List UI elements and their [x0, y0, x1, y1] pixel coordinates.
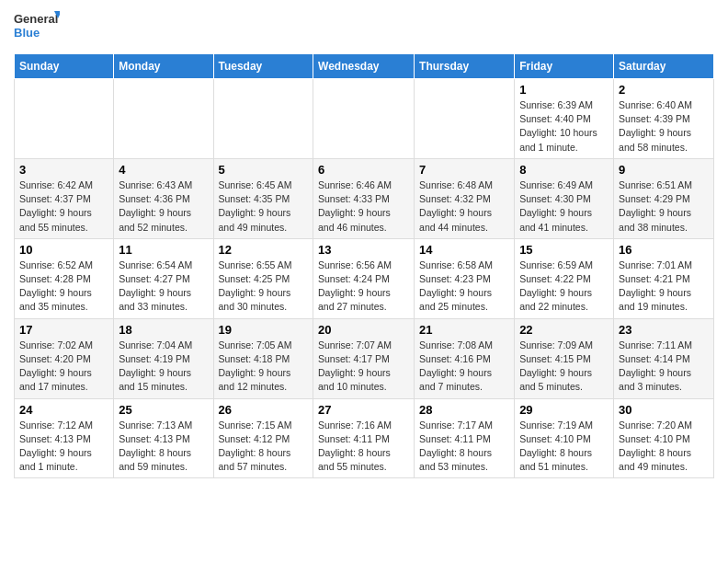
calendar-cell: 17Sunrise: 7:02 AMSunset: 4:20 PMDayligh… [15, 318, 114, 398]
day-info: Sunrise: 7:11 AMSunset: 4:14 PMDaylight:… [619, 339, 709, 395]
day-info: Sunrise: 6:55 AMSunset: 4:25 PMDaylight:… [219, 259, 309, 315]
calendar-cell: 1Sunrise: 6:39 AMSunset: 4:40 PMDaylight… [515, 79, 614, 159]
day-number: 1 [519, 83, 609, 97]
day-number: 29 [519, 403, 609, 417]
day-info: Sunrise: 7:13 AMSunset: 4:13 PMDaylight:… [119, 419, 208, 475]
day-number: 25 [119, 403, 208, 417]
day-info: Sunrise: 7:08 AMSunset: 4:16 PMDaylight:… [419, 339, 509, 395]
weekday-header: Tuesday [213, 54, 313, 79]
day-number: 28 [419, 403, 509, 417]
calendar-header-row: SundayMondayTuesdayWednesdayThursdayFrid… [15, 54, 714, 79]
day-number: 20 [318, 323, 409, 337]
calendar-cell [15, 79, 114, 159]
svg-text:General: General [14, 12, 58, 26]
calendar-cell [213, 79, 313, 159]
weekday-header: Sunday [15, 54, 114, 79]
calendar-cell: 29Sunrise: 7:19 AMSunset: 4:10 PMDayligh… [515, 398, 614, 478]
day-number: 26 [219, 403, 309, 417]
calendar-cell: 26Sunrise: 7:15 AMSunset: 4:12 PMDayligh… [213, 398, 313, 478]
weekday-header: Wednesday [313, 54, 415, 79]
page-header: General Blue [14, 9, 714, 46]
day-info: Sunrise: 6:52 AMSunset: 4:28 PMDaylight:… [19, 259, 108, 315]
calendar-cell: 27Sunrise: 7:16 AMSunset: 4:11 PMDayligh… [313, 398, 415, 478]
day-number: 15 [519, 243, 609, 257]
weekday-header: Monday [114, 54, 213, 79]
day-info: Sunrise: 7:01 AMSunset: 4:21 PMDaylight:… [619, 259, 709, 315]
day-number: 12 [219, 243, 309, 257]
day-number: 30 [619, 403, 709, 417]
day-number: 24 [19, 403, 108, 417]
calendar-cell: 22Sunrise: 7:09 AMSunset: 4:15 PMDayligh… [515, 318, 614, 398]
calendar-cell: 14Sunrise: 6:58 AMSunset: 4:23 PMDayligh… [415, 238, 515, 318]
day-info: Sunrise: 6:56 AMSunset: 4:24 PMDaylight:… [318, 259, 409, 315]
calendar-cell: 4Sunrise: 6:43 AMSunset: 4:36 PMDaylight… [114, 158, 213, 238]
calendar-week-row: 17Sunrise: 7:02 AMSunset: 4:20 PMDayligh… [15, 318, 714, 398]
day-info: Sunrise: 7:17 AMSunset: 4:11 PMDaylight:… [419, 419, 509, 475]
calendar-cell: 11Sunrise: 6:54 AMSunset: 4:27 PMDayligh… [114, 238, 213, 318]
day-info: Sunrise: 7:15 AMSunset: 4:12 PMDaylight:… [219, 419, 309, 475]
calendar-cell: 3Sunrise: 6:42 AMSunset: 4:37 PMDaylight… [15, 158, 114, 238]
calendar-table: SundayMondayTuesdayWednesdayThursdayFrid… [14, 53, 714, 478]
day-number: 9 [619, 163, 709, 177]
day-info: Sunrise: 7:12 AMSunset: 4:13 PMDaylight:… [19, 419, 108, 475]
calendar-week-row: 24Sunrise: 7:12 AMSunset: 4:13 PMDayligh… [15, 398, 714, 478]
day-info: Sunrise: 6:58 AMSunset: 4:23 PMDaylight:… [419, 259, 509, 315]
day-info: Sunrise: 6:40 AMSunset: 4:39 PMDaylight:… [619, 98, 709, 155]
day-info: Sunrise: 6:48 AMSunset: 4:32 PMDaylight:… [419, 178, 509, 235]
day-number: 18 [119, 323, 208, 337]
day-info: Sunrise: 7:07 AMSunset: 4:17 PMDaylight:… [318, 339, 409, 395]
day-info: Sunrise: 7:02 AMSunset: 4:20 PMDaylight:… [19, 339, 108, 395]
day-info: Sunrise: 6:45 AMSunset: 4:35 PMDaylight:… [219, 178, 309, 235]
calendar-cell: 18Sunrise: 7:04 AMSunset: 4:19 PMDayligh… [114, 318, 213, 398]
calendar-cell: 2Sunrise: 6:40 AMSunset: 4:39 PMDaylight… [614, 79, 714, 159]
day-info: Sunrise: 7:05 AMSunset: 4:18 PMDaylight:… [219, 339, 309, 395]
calendar-cell: 5Sunrise: 6:45 AMSunset: 4:35 PMDaylight… [213, 158, 313, 238]
day-number: 19 [219, 323, 309, 337]
calendar-week-row: 10Sunrise: 6:52 AMSunset: 4:28 PMDayligh… [15, 238, 714, 318]
day-number: 17 [19, 323, 108, 337]
logo: General Blue [14, 9, 60, 46]
day-number: 8 [519, 163, 609, 177]
calendar-cell [415, 79, 515, 159]
calendar-cell [313, 79, 415, 159]
day-number: 3 [19, 163, 108, 177]
calendar-cell: 24Sunrise: 7:12 AMSunset: 4:13 PMDayligh… [15, 398, 114, 478]
calendar-cell: 9Sunrise: 6:51 AMSunset: 4:29 PMDaylight… [614, 158, 714, 238]
calendar-cell: 6Sunrise: 6:46 AMSunset: 4:33 PMDaylight… [313, 158, 415, 238]
day-number: 21 [419, 323, 509, 337]
calendar-cell: 23Sunrise: 7:11 AMSunset: 4:14 PMDayligh… [614, 318, 714, 398]
day-info: Sunrise: 7:09 AMSunset: 4:15 PMDaylight:… [519, 339, 609, 395]
day-info: Sunrise: 6:49 AMSunset: 4:30 PMDaylight:… [519, 178, 609, 235]
calendar-cell: 12Sunrise: 6:55 AMSunset: 4:25 PMDayligh… [213, 238, 313, 318]
day-number: 22 [519, 323, 609, 337]
day-number: 13 [318, 243, 409, 257]
calendar-cell: 10Sunrise: 6:52 AMSunset: 4:28 PMDayligh… [15, 238, 114, 318]
day-number: 23 [619, 323, 709, 337]
day-number: 27 [318, 403, 409, 417]
calendar-week-row: 3Sunrise: 6:42 AMSunset: 4:37 PMDaylight… [15, 158, 714, 238]
day-info: Sunrise: 7:20 AMSunset: 4:10 PMDaylight:… [619, 419, 709, 475]
svg-text:Blue: Blue [14, 26, 40, 40]
calendar-week-row: 1Sunrise: 6:39 AMSunset: 4:40 PMDaylight… [15, 79, 714, 159]
calendar-cell: 16Sunrise: 7:01 AMSunset: 4:21 PMDayligh… [614, 238, 714, 318]
calendar-cell: 8Sunrise: 6:49 AMSunset: 4:30 PMDaylight… [515, 158, 614, 238]
calendar-cell: 13Sunrise: 6:56 AMSunset: 4:24 PMDayligh… [313, 238, 415, 318]
day-info: Sunrise: 6:39 AMSunset: 4:40 PMDaylight:… [519, 98, 609, 155]
day-number: 5 [219, 163, 309, 177]
calendar-cell [114, 79, 213, 159]
day-number: 6 [318, 163, 409, 177]
logo-svg: General Blue [14, 9, 60, 46]
calendar-cell: 7Sunrise: 6:48 AMSunset: 4:32 PMDaylight… [415, 158, 515, 238]
calendar-cell: 15Sunrise: 6:59 AMSunset: 4:22 PMDayligh… [515, 238, 614, 318]
calendar-cell: 30Sunrise: 7:20 AMSunset: 4:10 PMDayligh… [614, 398, 714, 478]
weekday-header: Friday [515, 54, 614, 79]
day-info: Sunrise: 6:43 AMSunset: 4:36 PMDaylight:… [119, 178, 208, 235]
day-number: 16 [619, 243, 709, 257]
day-info: Sunrise: 6:46 AMSunset: 4:33 PMDaylight:… [318, 178, 409, 235]
weekday-header: Saturday [614, 54, 714, 79]
calendar-cell: 21Sunrise: 7:08 AMSunset: 4:16 PMDayligh… [415, 318, 515, 398]
day-info: Sunrise: 6:59 AMSunset: 4:22 PMDaylight:… [519, 259, 609, 315]
day-number: 2 [619, 83, 709, 97]
day-number: 11 [119, 243, 208, 257]
day-info: Sunrise: 6:54 AMSunset: 4:27 PMDaylight:… [119, 259, 208, 315]
